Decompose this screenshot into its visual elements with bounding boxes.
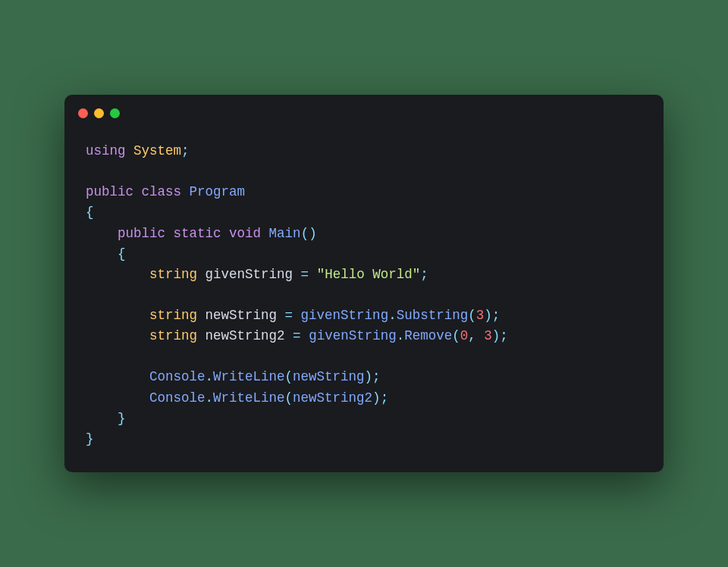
keyword-static: static xyxy=(174,226,221,241)
semicolon: ; xyxy=(372,369,381,384)
paren-open: ( xyxy=(452,328,460,343)
console-object: Console xyxy=(149,390,206,406)
brace-open: { xyxy=(118,246,126,262)
equals: = xyxy=(301,267,309,282)
dot: . xyxy=(388,308,397,323)
number-literal: 0 xyxy=(460,328,469,343)
type-string: string xyxy=(149,308,197,323)
semicolon: ; xyxy=(500,328,508,343)
paren-close: ) xyxy=(372,390,381,406)
type-string: string xyxy=(149,267,197,282)
object-name: givenString xyxy=(309,328,397,343)
number-literal: 3 xyxy=(484,328,492,343)
dot: . xyxy=(206,390,214,406)
paren-close: ) xyxy=(365,369,373,384)
class-name: Program xyxy=(190,184,246,199)
brace-close: } xyxy=(86,431,94,446)
paren-open: ( xyxy=(468,308,476,323)
keyword-class: class xyxy=(142,184,182,199)
string-literal: "Hello World" xyxy=(317,267,421,282)
method-remove: Remove xyxy=(404,328,452,343)
method-writeline: WriteLine xyxy=(213,390,285,406)
variable-name: newString2 xyxy=(206,328,285,343)
equals: = xyxy=(285,308,293,323)
keyword-public: public xyxy=(118,226,165,241)
semicolon: ; xyxy=(420,267,428,282)
method-substring: Substring xyxy=(397,308,469,323)
method-writeline: WriteLine xyxy=(213,369,285,384)
code-window: using System; public class Program { pub… xyxy=(64,95,664,472)
variable-name: givenString xyxy=(206,267,293,282)
variable-name: newString xyxy=(206,308,278,323)
brace-open: { xyxy=(86,205,94,220)
semicolon: ; xyxy=(181,143,190,158)
dot: . xyxy=(206,369,214,384)
brace-close: } xyxy=(118,411,126,426)
dot: . xyxy=(397,328,405,343)
paren-open: ( xyxy=(285,369,293,384)
comma: , xyxy=(468,328,476,343)
semicolon: ; xyxy=(492,308,500,323)
keyword-public: public xyxy=(86,184,133,199)
paren-close: ) xyxy=(492,328,500,343)
type-system: System xyxy=(133,143,181,158)
semicolon: ; xyxy=(381,390,389,406)
argument: newString2 xyxy=(293,390,372,406)
close-icon[interactable] xyxy=(78,108,88,118)
number-literal: 3 xyxy=(476,308,485,323)
console-object: Console xyxy=(149,369,206,384)
keyword-void: void xyxy=(229,226,261,241)
equals: = xyxy=(293,328,301,343)
parens: () xyxy=(301,226,317,241)
object-name: givenString xyxy=(301,308,389,323)
minimize-icon[interactable] xyxy=(94,108,104,118)
titlebar xyxy=(64,95,664,126)
paren-open: ( xyxy=(285,390,293,406)
keyword-using: using xyxy=(86,143,126,158)
code-block: using System; public class Program { pub… xyxy=(64,126,664,472)
maximize-icon[interactable] xyxy=(110,108,120,118)
method-main: Main xyxy=(269,226,301,241)
argument: newString xyxy=(293,369,365,384)
type-string: string xyxy=(149,328,197,343)
paren-close: ) xyxy=(484,308,492,323)
